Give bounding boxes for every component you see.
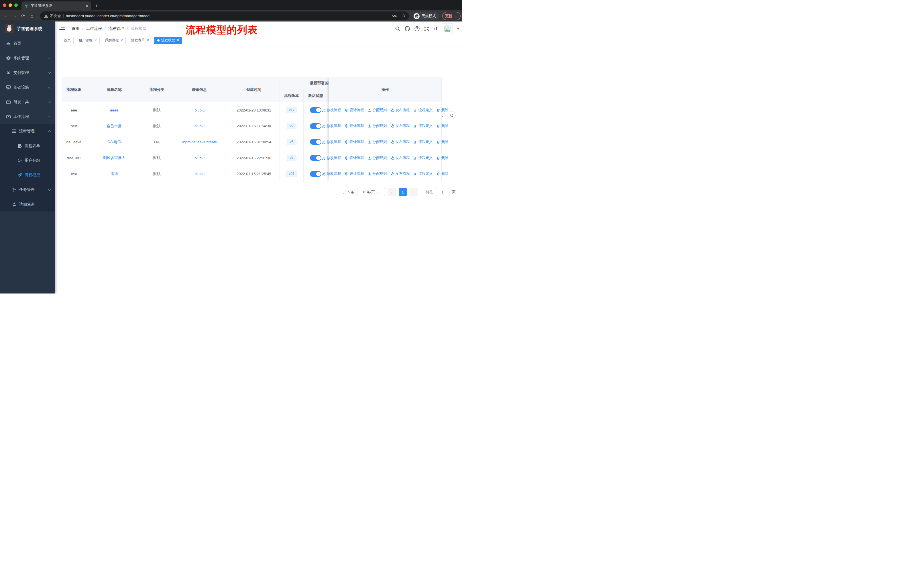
fullscreen-icon[interactable] [424, 26, 429, 31]
action-删除[interactable]: 删除 [437, 140, 449, 144]
action-修改流程[interactable]: 修改流程 [322, 108, 341, 112]
cell-process-name-link[interactable]: eeee [110, 108, 118, 112]
cell-form-link[interactable]: /bpm/oa/leave/create [182, 140, 217, 144]
sidebar-item-流程模型[interactable]: 流程模型 [0, 168, 55, 182]
active-toggle[interactable] [310, 123, 322, 129]
reload-button[interactable]: ⟳ [19, 13, 28, 19]
key-icon[interactable] [392, 13, 397, 18]
bookmark-star-icon[interactable]: ☆ [402, 12, 406, 18]
action-删除[interactable]: 删除 [437, 171, 449, 176]
breadcrumb-item[interactable]: 流程管理 [108, 26, 124, 31]
active-toggle[interactable] [310, 139, 322, 145]
tag-close-icon[interactable]: ✕ [146, 38, 149, 42]
sidebar-item-流程表单[interactable]: 流程表单 [0, 139, 55, 153]
active-toggle[interactable] [310, 171, 322, 177]
tag-close-icon[interactable]: ✕ [177, 38, 179, 42]
sidebar-item-首页[interactable]: 首页 [0, 36, 55, 51]
action-设计流程[interactable]: 设计流程 [345, 171, 364, 176]
action-设计流程[interactable]: 设计流程 [345, 124, 364, 128]
font-size-icon[interactable]: TT [433, 26, 438, 31]
next-page-button[interactable]: › [409, 188, 417, 196]
action-分配规则[interactable]: 分配规则 [368, 140, 387, 144]
back-button[interactable]: ← [2, 13, 10, 19]
action-分配规则[interactable]: 分配规则 [368, 155, 387, 160]
search-icon[interactable] [395, 26, 401, 31]
action-设计流程[interactable]: 设计流程 [345, 140, 364, 144]
current-page-button[interactable]: 1 [399, 188, 407, 196]
sidebar-item-请假查询[interactable]: 请假查询 [0, 197, 55, 212]
home-button[interactable]: ⌂ [28, 13, 36, 19]
action-设计流程[interactable]: 设计流程 [345, 155, 364, 160]
cell-process-name-link[interactable]: OA 请假 [107, 139, 121, 144]
action-流程定义[interactable]: 流程定义 [414, 171, 433, 176]
cell-form-link[interactable]: biubiu [195, 156, 205, 160]
action-流程定义[interactable]: 流程定义 [414, 140, 433, 144]
active-toggle[interactable] [310, 107, 322, 113]
breadcrumb-item[interactable]: 首页 [72, 26, 80, 31]
action-删除[interactable]: 删除 [437, 124, 449, 128]
tag-close-icon[interactable]: ✕ [94, 38, 97, 42]
action-发布流程[interactable]: 发布流程 [391, 155, 410, 160]
sidebar-item-基础设施[interactable]: 基础设施 [0, 80, 55, 94]
window-close-button[interactable] [3, 3, 6, 7]
refresh-table-button[interactable] [448, 111, 456, 119]
action-删除[interactable]: 删除 [437, 155, 449, 160]
tag-首页[interactable]: 首页 [61, 37, 74, 44]
action-分配规则[interactable]: 分配规则 [368, 108, 387, 112]
tag-close-icon[interactable]: ✕ [120, 38, 123, 42]
action-发布流程[interactable]: 发布流程 [391, 171, 410, 176]
page-size-select[interactable]: 10条/页 [357, 188, 385, 196]
action-修改流程[interactable]: 修改流程 [322, 124, 341, 128]
action-设计流程[interactable]: 设计流程 [345, 108, 364, 112]
avatar[interactable] [442, 23, 453, 34]
cell-process-name-link[interactable]: 测试多审批人 [103, 155, 125, 160]
chevron-down-icon[interactable] [457, 28, 460, 30]
sidebar-item-工作流程[interactable]: 工作流程 [0, 109, 55, 124]
browser-tab[interactable]: 芋道管理系统 ✕ [21, 2, 91, 10]
prev-page-button[interactable]: ‹ [388, 188, 396, 196]
help-icon[interactable] [414, 26, 420, 31]
action-流程定义[interactable]: 流程定义 [414, 108, 433, 112]
sidebar-item-研发工具[interactable]: 研发工具 [0, 94, 55, 109]
security-warning[interactable]: 不安全 [44, 13, 61, 19]
sidebar-item-用户分组[interactable]: 用户分组 [0, 153, 55, 168]
tag-流程表单[interactable]: 流程表单 ✕ [128, 37, 152, 44]
sidebar-item-流程管理[interactable]: 流程管理 [0, 124, 55, 139]
action-发布流程[interactable]: 发布流程 [391, 108, 410, 112]
active-toggle[interactable] [310, 155, 322, 161]
goto-page-input[interactable]: 1 [436, 188, 449, 196]
app-logo[interactable]: 芋道管理系统 [0, 21, 55, 36]
browser-menu-icon[interactable]: ⋮ [454, 14, 458, 18]
sidebar-item-任务管理[interactable]: 任务管理 [0, 182, 55, 197]
action-流程定义[interactable]: 流程定义 [414, 124, 433, 128]
cell-process-name-link[interactable]: 自己审批 [107, 124, 122, 129]
action-修改流程[interactable]: 修改流程 [322, 155, 341, 160]
sidebar-item-支付管理[interactable]: ¥ 支付管理 [0, 65, 55, 80]
cell-form-link[interactable]: biubiu [195, 124, 205, 128]
action-分配规则[interactable]: 分配规则 [368, 124, 387, 128]
action-分配规则[interactable]: 分配规则 [368, 171, 387, 176]
address-bar[interactable]: 不安全 dashboard.yudao.iocoder.cn/bpm/manag… [40, 12, 409, 20]
cell-process-name-link[interactable]: 滔博 [111, 171, 118, 177]
window-minimize-button[interactable] [8, 3, 12, 7]
tab-close-icon[interactable]: ✕ [85, 4, 89, 8]
forward-button[interactable]: → [10, 13, 19, 19]
action-删除[interactable]: 删除 [437, 108, 449, 112]
action-流程定义[interactable]: 流程定义 [414, 155, 433, 160]
new-tab-button[interactable]: + [95, 2, 98, 10]
update-button[interactable]: 更新 ⋮ [442, 12, 460, 20]
tag-流程模型[interactable]: 流程模型 ✕ [154, 37, 182, 44]
cell-form-link[interactable]: biubiu [195, 108, 205, 112]
action-修改流程[interactable]: 修改流程 [322, 171, 341, 176]
tag-租户管理[interactable]: 租户管理 ✕ [76, 37, 100, 44]
breadcrumb-item[interactable]: 工作流程 [86, 26, 102, 31]
window-zoom-button[interactable] [14, 3, 18, 7]
sidebar-collapse-icon[interactable] [59, 26, 65, 31]
github-icon[interactable] [404, 26, 410, 31]
action-发布流程[interactable]: 发布流程 [391, 140, 410, 144]
tag-我的流程[interactable]: 我的流程 ✕ [102, 37, 126, 44]
action-发布流程[interactable]: 发布流程 [391, 124, 410, 128]
cell-form-link[interactable]: biubiu [195, 172, 205, 176]
sidebar-item-系统管理[interactable]: 系统管理 [0, 51, 55, 65]
action-修改流程[interactable]: 修改流程 [322, 140, 341, 144]
